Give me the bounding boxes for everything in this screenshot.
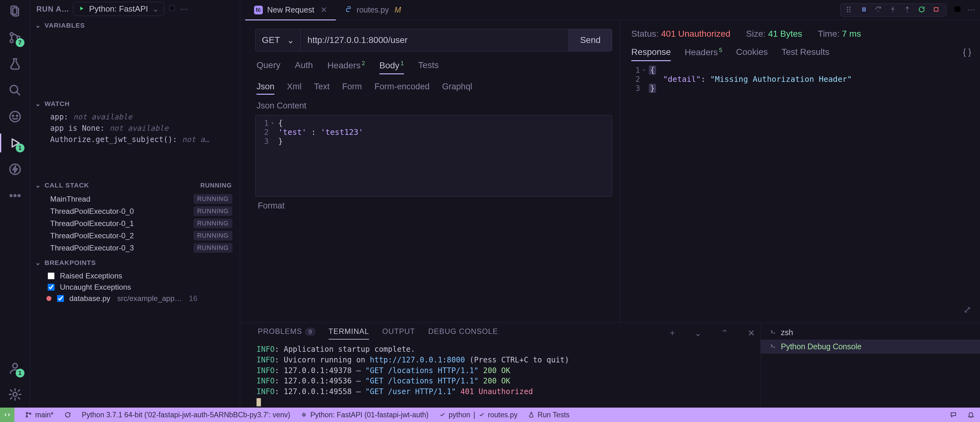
source-control-icon[interactable]: 7 (6, 29, 24, 46)
svg-rect-23 (954, 6, 961, 12)
callstack-item[interactable]: ThreadPoolExecutor-0_0RUNNING (30, 205, 240, 217)
terminal-session[interactable]: zsh (761, 325, 980, 340)
request-tab[interactable]: Headers2 (328, 60, 365, 74)
settings-icon[interactable] (6, 386, 24, 403)
body-type-tab[interactable]: Xml (287, 82, 302, 95)
watch-item[interactable]: app is None: not available (30, 122, 240, 134)
remote-indicator[interactable] (0, 408, 14, 422)
grip-icon[interactable]: ⠿ (846, 6, 854, 14)
callstack-header[interactable]: ⌄ CALL STACK RUNNING (30, 179, 240, 192)
body-type-tab[interactable]: Form (342, 82, 362, 95)
more-icon[interactable]: ⋯ (967, 5, 975, 15)
request-tab[interactable]: Auth (295, 60, 313, 74)
svg-rect-17 (862, 7, 864, 12)
more-icon[interactable] (6, 187, 24, 205)
callstack-item[interactable]: ThreadPoolExecutor-0_2RUNNING (30, 230, 240, 242)
braces-icon[interactable]: { } (963, 47, 971, 61)
request-tab[interactable]: Query (256, 60, 280, 74)
run-tests[interactable]: Run Tests (528, 411, 570, 419)
breakpoint-checkbox[interactable] (48, 273, 54, 279)
callstack-item[interactable]: ThreadPoolExecutor-0_1RUNNING (30, 217, 240, 230)
step-over-icon[interactable] (875, 6, 883, 14)
panel-tab[interactable]: DEBUG CONSOLE (428, 327, 498, 339)
plus-icon[interactable]: + (667, 328, 678, 338)
chevron-down-icon[interactable]: ⌄ (691, 328, 705, 338)
chevron-down-icon: ⌄ (35, 259, 41, 267)
close-icon[interactable]: ✕ (745, 328, 758, 338)
step-out-icon[interactable] (904, 6, 912, 14)
editor-tab[interactable]: routes.pyM (336, 0, 410, 20)
feedback-icon[interactable] (950, 411, 957, 418)
explorer-icon[interactable] (6, 3, 24, 20)
chevron-up-icon[interactable]: ⌃ (718, 328, 731, 338)
run-badge: 1 (16, 144, 24, 152)
panel-tabs: PROBLEMS9TERMINALOUTPUTDEBUG CONSOLE+⌄⌃✕ (255, 323, 760, 343)
json-editor[interactable]: 1▾{2 'test' : 'test123'3} (255, 115, 612, 197)
step-into-icon[interactable] (889, 6, 898, 14)
body-type-tab[interactable]: Form-encoded (374, 82, 430, 95)
activity-bar: 7 1 1 (0, 0, 30, 408)
bottom-panel: PROBLEMS9TERMINALOUTPUTDEBUG CONSOLE+⌄⌃✕… (240, 323, 980, 408)
response-tab[interactable]: Cookies (736, 47, 768, 61)
watch-item[interactable]: app: not available (30, 111, 240, 122)
language-status[interactable]: python | routes.py (439, 411, 518, 419)
notifications-icon[interactable] (967, 411, 974, 418)
body-type-tab[interactable]: Text (314, 82, 330, 95)
editor-tab-row: tcNew Request✕routes.pyM ⠿ (240, 0, 980, 20)
split-editor-icon[interactable] (953, 5, 961, 15)
breakpoint-checkbox[interactable] (57, 295, 64, 302)
request-tab[interactable]: Body1 (379, 60, 404, 74)
run-config-select[interactable]: Python: FastAPI ⌄ (73, 2, 164, 16)
svg-point-7 (12, 115, 13, 116)
breakpoint-item[interactable]: database.pysrc/example_app…16 (30, 293, 240, 304)
gear-icon[interactable] (168, 4, 176, 14)
watch-item[interactable]: Authorize.get_jwt_subject(): not a… (30, 134, 240, 145)
callstack-item[interactable]: MainThreadRUNNING (30, 193, 240, 205)
thunder-client-icon[interactable] (6, 160, 24, 178)
variables-header[interactable]: ⌄ VARIABLES (30, 19, 240, 32)
more-icon[interactable]: ⋯ (180, 5, 188, 13)
svg-point-27 (303, 414, 305, 416)
response-tab[interactable]: Test Results (781, 47, 829, 61)
git-branch[interactable]: main* (25, 411, 54, 419)
chevron-down-icon: ⌄ (153, 5, 159, 13)
search-icon[interactable] (6, 81, 24, 99)
callstack-item[interactable]: ThreadPoolExecutor-0_3RUNNING (30, 242, 240, 254)
debug-config-status[interactable]: Python: FastAPI (01-fastapi-jwt-auth) (301, 411, 428, 419)
format-link[interactable]: Format (255, 197, 612, 211)
run-debug-icon[interactable]: 1 (6, 134, 24, 152)
send-button[interactable]: Send (569, 29, 612, 51)
response-tab[interactable]: Headers5 (684, 47, 722, 61)
editor-tab[interactable]: tcNew Request✕ (245, 0, 336, 20)
panel-tab[interactable]: PROBLEMS9 (258, 327, 315, 339)
accounts-icon[interactable]: 1 (6, 359, 24, 377)
pause-icon[interactable] (860, 6, 869, 14)
method-select[interactable]: GET ⌄ (255, 29, 301, 51)
panel-tab[interactable]: TERMINAL (329, 327, 369, 339)
terminal-session[interactable]: Python Debug Console (761, 340, 980, 354)
body-type-tab[interactable]: Json (256, 82, 274, 95)
request-tab[interactable]: Tests (418, 60, 439, 74)
svg-point-10 (10, 195, 12, 197)
python-interpreter[interactable]: Python 3.7.1 64-bit ('02-fastapi-jwt-aut… (82, 411, 290, 419)
breakpoint-item[interactable]: Raised Exceptions (30, 270, 240, 282)
close-icon[interactable]: ✕ (320, 5, 327, 14)
response-body[interactable]: 1▾{2 "detail": "Missing Authorization He… (631, 65, 971, 93)
stop-icon[interactable] (932, 6, 941, 14)
response-tab[interactable]: Response (631, 47, 671, 61)
breakpoint-checkbox[interactable] (48, 284, 54, 290)
testing-icon[interactable] (6, 55, 24, 73)
breakpoint-item[interactable]: Uncaught Exceptions (30, 282, 240, 293)
breakpoints-header[interactable]: ⌄ BREAKPOINTS (30, 257, 240, 269)
expand-icon[interactable]: ⤢ (963, 304, 971, 315)
svg-point-13 (13, 363, 17, 368)
sync-icon[interactable] (64, 411, 71, 418)
breakpoints-list: Raised ExceptionsUncaught Exceptionsdata… (30, 269, 240, 307)
github-icon[interactable] (6, 108, 24, 125)
panel-tab[interactable]: OUTPUT (382, 327, 415, 339)
restart-icon[interactable] (918, 6, 927, 14)
terminal-output[interactable]: INFO: Application startup complete.INFO:… (255, 343, 760, 408)
watch-header[interactable]: ⌄ WATCH (30, 97, 240, 110)
body-type-tab[interactable]: Graphql (442, 82, 472, 95)
url-input[interactable] (301, 29, 569, 51)
